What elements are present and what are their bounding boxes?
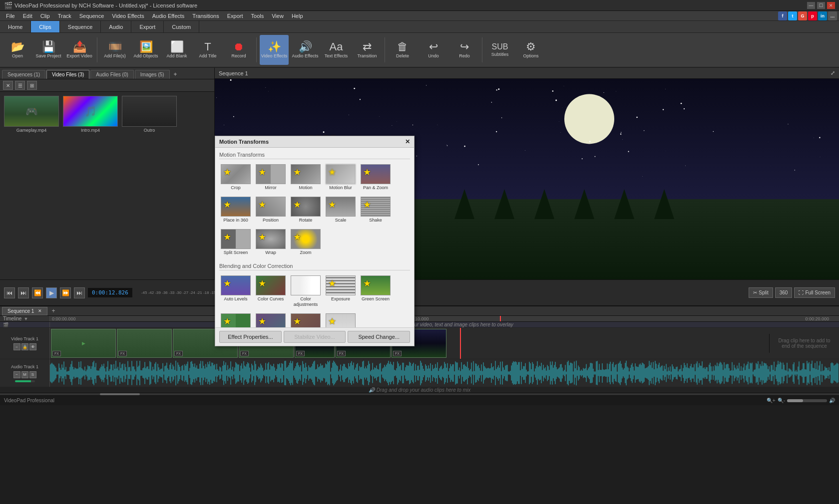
clip-fx-badge-5[interactable]: FX: [296, 351, 305, 356]
timeline-dropdown[interactable]: ▼: [23, 316, 28, 321]
effect-scale[interactable]: ★ Scale: [324, 195, 357, 225]
effect-shake[interactable]: ★ Shake: [359, 195, 392, 225]
facebook-icon[interactable]: f: [778, 11, 787, 20]
tab-sequence[interactable]: Sequence: [60, 21, 101, 32]
effect-motion-blur[interactable]: ★ Motion Blur: [324, 162, 357, 193]
save-project-button[interactable]: 💾 Save Project: [34, 35, 63, 65]
timeline-ruler[interactable]: 0:00:00.000 0:00:10.000 0:00:20.000: [50, 316, 839, 321]
tab-export[interactable]: Export: [131, 21, 164, 32]
audio-track-remove-btn[interactable]: −: [13, 371, 20, 378]
effect-motion[interactable]: ★ Motion: [289, 162, 322, 193]
effects-panel-header[interactable]: Motion Transforms ✕: [215, 136, 414, 148]
menu-track[interactable]: Track: [54, 12, 75, 20]
maximize-button[interactable]: ☐: [817, 2, 825, 9]
effect-crop[interactable]: ★ Crop: [219, 162, 252, 193]
effect-color-curves[interactable]: ★ Color Curves: [254, 273, 287, 309]
pinterest-icon[interactable]: p: [808, 11, 817, 20]
scrollbar-thumb[interactable]: [100, 393, 140, 395]
effect-place-360[interactable]: ★ Place in 360: [219, 195, 252, 225]
menu-help[interactable]: Help: [288, 12, 307, 20]
add-objects-button[interactable]: 🖼️ Add Objects: [131, 35, 160, 65]
track-remove-btn[interactable]: −: [13, 343, 20, 350]
effect-color-adj[interactable]: Color adjustments: [289, 273, 322, 309]
tab-audio-files[interactable]: Audio Files (0): [90, 70, 133, 79]
effect-split-screen[interactable]: ★ Split Screen: [219, 227, 252, 257]
media-delete-btn[interactable]: ✕: [3, 81, 13, 90]
media-list-view-btn[interactable]: ☰: [15, 81, 25, 90]
effect-zoom[interactable]: ★ Zoom: [289, 227, 322, 257]
sequence-tab-close[interactable]: ✕: [38, 308, 42, 313]
clip-fx-badge-2[interactable]: FX: [118, 351, 127, 356]
sequence-tab-add[interactable]: +: [47, 306, 59, 315]
tab-home[interactable]: Home: [0, 21, 31, 32]
effect-wrap[interactable]: ★ Wrap: [254, 227, 287, 257]
video-clip-2[interactable]: FX: [117, 329, 172, 358]
minimize-button[interactable]: —: [807, 2, 815, 9]
tab-images[interactable]: Images (5): [135, 70, 170, 79]
media-item-gameplay[interactable]: 🎮 Gameplay.mp4: [4, 96, 59, 133]
split-button[interactable]: ✂ Split: [749, 287, 773, 298]
goto-start-button[interactable]: ⏮: [4, 287, 15, 298]
stabilize-video-button[interactable]: Stabilize Video...: [284, 331, 346, 343]
volume-slider[interactable]: [15, 380, 35, 382]
effect-exposure[interactable]: ★ Exposure: [324, 273, 357, 309]
effect-auto-levels[interactable]: ★ Auto Levels: [219, 273, 252, 309]
add-files-button[interactable]: 🎞️ Add File(s): [100, 35, 129, 65]
tab-audio[interactable]: Audio: [101, 21, 131, 32]
tab-video-files[interactable]: Video Files (3): [46, 70, 89, 79]
video-clip-1[interactable]: ▶ FX: [51, 329, 116, 358]
sequence-tab-1[interactable]: Sequence 1 ✕: [2, 307, 47, 315]
menu-tools[interactable]: Tools: [247, 12, 268, 20]
effect-green-screen[interactable]: ★ Green Screen: [359, 273, 392, 309]
undo-button[interactable]: ↩ Undo: [419, 35, 448, 65]
effect-temperature[interactable]: ★ Temperature: [289, 311, 322, 327]
360-button[interactable]: 360: [775, 287, 793, 298]
twitter-icon[interactable]: t: [788, 11, 797, 20]
google-icon[interactable]: G: [798, 11, 807, 20]
clip-fx-badge-6[interactable]: FX: [337, 351, 346, 356]
zoom-slider[interactable]: [787, 399, 827, 402]
tab-custom[interactable]: Custom: [164, 21, 199, 32]
redo-button[interactable]: ↪ Redo: [450, 35, 479, 65]
menu-view[interactable]: View: [268, 12, 288, 20]
open-button[interactable]: 📂 Open: [3, 35, 32, 65]
effects-panel-body[interactable]: Motion Transforms ★ Crop ★ Mirror: [215, 148, 414, 327]
video-effects-button[interactable]: ✨ Video Effects: [260, 35, 289, 65]
menu-video-effects[interactable]: Video Effects: [108, 12, 148, 20]
clip-fx-badge-4[interactable]: FX: [240, 351, 249, 356]
speed-change-button[interactable]: Speed Change...: [348, 331, 410, 343]
menu-file[interactable]: File: [2, 12, 19, 20]
options-button[interactable]: ⚙ Options: [516, 35, 545, 65]
effect-properties-button[interactable]: Effect Properties...: [219, 331, 282, 343]
tab-sequences[interactable]: Sequences (1): [2, 70, 45, 79]
effect-pan-zoom[interactable]: ★ Pan & Zoom: [359, 162, 392, 193]
rewind-button[interactable]: ⏪: [32, 287, 43, 298]
effect-saturation[interactable]: ★ Saturation: [254, 311, 287, 327]
audio-track-mute-btn[interactable]: M: [21, 371, 28, 378]
text-effects-button[interactable]: Aa Text Effects: [322, 35, 351, 65]
record-button[interactable]: ⏺ Record: [224, 35, 253, 65]
preview-expand-button[interactable]: ⤢: [831, 70, 835, 76]
delete-button[interactable]: 🗑 Delete: [388, 35, 417, 65]
fast-forward-button[interactable]: ⏩: [60, 287, 71, 298]
menu-clip[interactable]: Clip: [36, 12, 54, 20]
menu-audio-effects[interactable]: Audio Effects: [148, 12, 189, 20]
effect-mirror[interactable]: ★ Mirror: [254, 162, 287, 193]
export-video-button[interactable]: 📤 Export Video: [65, 35, 94, 65]
play-button[interactable]: ▶: [46, 287, 57, 298]
media-grid-view-btn[interactable]: ⊞: [27, 81, 37, 90]
audio-waveform[interactable]: [50, 359, 839, 387]
menu-edit[interactable]: Edit: [19, 12, 36, 20]
effect-rotate[interactable]: ★ Rotate: [289, 195, 322, 225]
effect-transparency[interactable]: ★ Transparency: [324, 311, 357, 327]
add-title-button[interactable]: T Add Title: [193, 35, 222, 65]
audio-track-solo-btn[interactable]: S: [29, 371, 36, 378]
fullscreen-button[interactable]: ⛶ Full Screen: [794, 287, 835, 298]
zoom-in-btn[interactable]: 🔍+: [767, 398, 776, 403]
menu-transitions[interactable]: Transitions: [188, 12, 223, 20]
menu-export[interactable]: Export: [223, 12, 247, 20]
linkedin-icon[interactable]: in: [818, 11, 827, 20]
media-item-intro[interactable]: 🎵 Intro.mp4: [63, 96, 118, 133]
tab-clips[interactable]: Clips: [31, 21, 59, 32]
media-item-outro[interactable]: Outro: [122, 96, 177, 133]
